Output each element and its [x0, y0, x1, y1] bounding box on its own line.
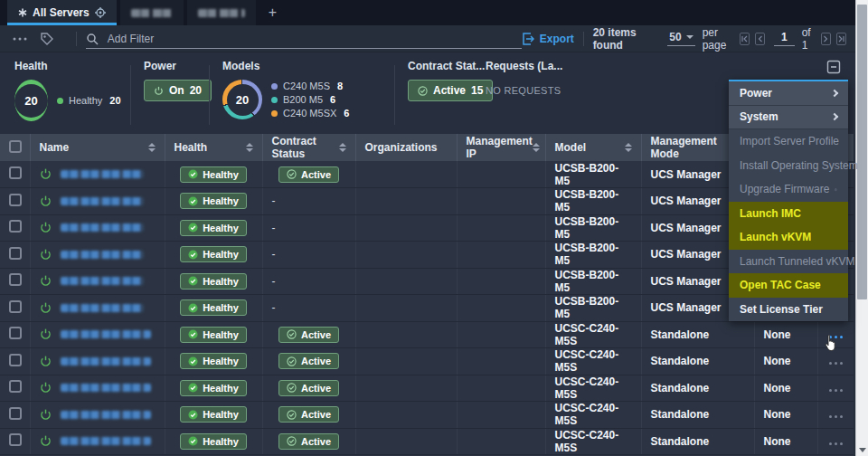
- widget-title: Contract Stat...: [408, 60, 473, 72]
- widget-power: Power On 20: [144, 60, 209, 134]
- server-name-redacted[interactable]: [61, 170, 144, 178]
- row-checkbox[interactable]: [9, 273, 22, 286]
- chevron-right-icon: [831, 90, 838, 97]
- menu-item-upgrade-firmware: Upgrade Firmware: [729, 177, 848, 202]
- scrollbar-thumb[interactable]: [857, 5, 867, 299]
- row-actions-button[interactable]: [829, 362, 843, 365]
- menu-item-open-tac-case[interactable]: Open TAC Case: [729, 273, 848, 298]
- page-size-select[interactable]: 50: [667, 31, 694, 46]
- tab-servers-3[interactable]: [187, 0, 256, 25]
- check-icon: [188, 410, 198, 420]
- row-actions-button[interactable]: [829, 415, 843, 418]
- server-name-redacted[interactable]: [61, 411, 151, 419]
- collapse-widgets-icon[interactable]: [826, 60, 841, 74]
- server-name-redacted[interactable]: [61, 304, 144, 312]
- row-actions-button[interactable]: [829, 442, 843, 445]
- server-name-redacted[interactable]: [61, 357, 151, 366]
- scroll-down-arrow-icon[interactable]: [859, 448, 866, 452]
- tab-servers-2[interactable]: [120, 0, 184, 25]
- table-row[interactable]: Healthy - UCSB-B200-M5 UCS Manager: [0, 188, 854, 215]
- check-icon: [188, 436, 198, 446]
- row-actions-button[interactable]: [829, 389, 843, 392]
- health-total: 20: [14, 84, 48, 118]
- menu-item-import-server-profile: Import Server Profile: [729, 129, 848, 154]
- contract-active-badge[interactable]: Active 15: [408, 80, 493, 101]
- table-row[interactable]: Healthy - UCSB-B200-M5 UCS Manager: [0, 214, 854, 242]
- server-name-redacted[interactable]: [61, 384, 151, 392]
- model-value: UCSB-B200-M5: [555, 215, 619, 241]
- menu-item-system[interactable]: System: [729, 106, 848, 130]
- row-checkbox[interactable]: [9, 166, 22, 179]
- more-options-icon[interactable]: [13, 37, 27, 41]
- next-page-button[interactable]: [821, 33, 831, 45]
- export-button[interactable]: Export: [522, 33, 574, 45]
- sort-icon[interactable]: [625, 143, 632, 152]
- server-name-redacted[interactable]: [61, 330, 151, 338]
- column-header-health[interactable]: Health: [165, 134, 262, 161]
- server-name-redacted[interactable]: [61, 197, 144, 205]
- table-row[interactable]: Healthy Active UCSC-C240-M5S Standalone …: [0, 321, 854, 348]
- row-checkbox[interactable]: [9, 220, 22, 233]
- management-mode-value: Standalone: [651, 355, 710, 367]
- tab-all-servers[interactable]: All Servers: [7, 0, 117, 25]
- management-mode-value: UCS Manager: [651, 168, 722, 181]
- menu-item-set-license-tier[interactable]: Set License Tier: [729, 298, 848, 322]
- check-circle-icon: [418, 86, 428, 96]
- server-name-redacted[interactable]: [61, 223, 144, 232]
- row-checkbox[interactable]: [9, 354, 22, 366]
- row-checkbox[interactable]: [9, 300, 22, 313]
- tag-icon[interactable]: [40, 32, 54, 46]
- contract-badge: Active: [278, 433, 339, 450]
- sort-icon[interactable]: [246, 143, 253, 152]
- server-name-redacted[interactable]: [61, 277, 144, 285]
- last-page-button[interactable]: [836, 33, 846, 45]
- column-header-model[interactable]: Model: [545, 134, 641, 161]
- table-row[interactable]: Healthy - UCSB-B200-M5 UCS Manager: [0, 268, 854, 295]
- select-all-cell[interactable]: [0, 134, 30, 161]
- check-icon: [188, 383, 198, 393]
- contract-badge: Active: [278, 327, 339, 343]
- row-checkbox[interactable]: [9, 247, 22, 260]
- sort-icon[interactable]: [339, 143, 346, 152]
- filter-input[interactable]: Add Filter: [86, 33, 522, 49]
- row-checkbox[interactable]: [9, 380, 22, 393]
- prev-page-button[interactable]: [755, 33, 765, 45]
- power-on-badge[interactable]: On 20: [144, 80, 212, 101]
- add-tab-button[interactable]: +: [259, 0, 286, 25]
- vertical-scrollbar[interactable]: [855, 0, 868, 456]
- table-row[interactable]: Healthy Active UCSC-C240-M5S Standalone …: [0, 428, 854, 455]
- table-row[interactable]: Healthy - UCSB-B200-M5 UCS Manager: [0, 295, 854, 322]
- select-all-checkbox[interactable]: [9, 140, 22, 153]
- row-checkbox[interactable]: [9, 327, 22, 339]
- column-header-contract-status[interactable]: Contract Status: [262, 134, 355, 161]
- menu-item-launch-imc[interactable]: Launch IMC: [729, 202, 848, 226]
- column-header-name[interactable]: Name: [30, 134, 165, 161]
- table-row[interactable]: Healthy Active UCSB-B200-M5 UCS Manager: [0, 161, 854, 188]
- row-checkbox[interactable]: [9, 194, 22, 206]
- row-checkbox[interactable]: [9, 407, 22, 420]
- check-icon: [188, 329, 198, 339]
- table-row[interactable]: Healthy Active UCSC-C240-M5S Standalone …: [0, 348, 854, 375]
- gear-icon[interactable]: [95, 7, 106, 18]
- table-row[interactable]: Healthy Active UCSC-C240-M5S Standalone …: [0, 375, 854, 402]
- sort-icon[interactable]: [148, 143, 156, 152]
- row-checkbox[interactable]: [9, 433, 22, 446]
- server-name-redacted[interactable]: [61, 437, 151, 445]
- menu-item-power[interactable]: Power: [729, 81, 848, 106]
- server-name-redacted[interactable]: [61, 251, 144, 259]
- health-badge: Healthy: [180, 220, 247, 236]
- models-donut-chart[interactable]: 20: [222, 80, 262, 119]
- first-page-button[interactable]: [740, 33, 750, 45]
- management-mode-value: Standalone: [651, 382, 710, 394]
- filter-bar-right: Export 20 items found 50 per page 1 of 1: [522, 26, 855, 52]
- menu-item-launch-vkvm[interactable]: Launch vKVM: [729, 225, 848, 250]
- table-row[interactable]: Healthy Active UCSC-C240-M5S Standalone …: [0, 402, 854, 429]
- current-page-input[interactable]: 1: [774, 31, 795, 46]
- model-value: UCSC-C240-M5S: [555, 348, 619, 374]
- export-icon: [522, 33, 534, 45]
- sort-icon[interactable]: [533, 143, 540, 152]
- health-donut-chart[interactable]: 20: [14, 80, 48, 121]
- table-row[interactable]: Healthy - UCSB-B200-M5 UCS Manager: [0, 242, 854, 269]
- widget-title: Power: [144, 60, 196, 72]
- column-header-management-ip[interactable]: Management IP: [457, 134, 545, 161]
